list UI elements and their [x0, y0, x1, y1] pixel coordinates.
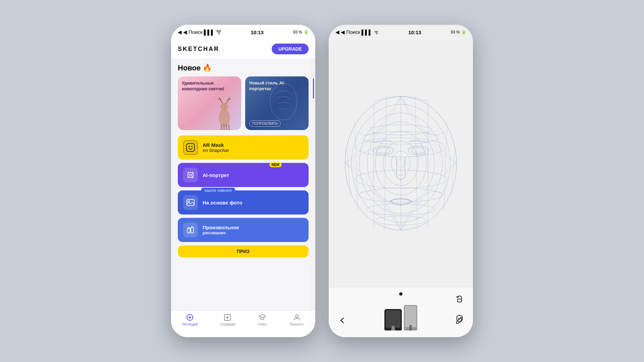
- prize-banner[interactable]: ПРИЗ: [178, 245, 309, 257]
- back-button[interactable]: [335, 314, 349, 327]
- status-bar-2: ◀ ◀ Поиск ▌▌▌ 10:13 93 % 🔋: [329, 25, 473, 40]
- brush-body: [405, 306, 416, 327]
- svg-rect-15: [188, 227, 190, 229]
- svg-rect-7: [186, 143, 195, 152]
- wifi-icon-1: [216, 29, 221, 35]
- svg-rect-12: [187, 199, 194, 205]
- pen-body: [386, 310, 400, 328]
- nav-explore-label: Исследуй: [182, 322, 198, 326]
- deer-illustration: [211, 90, 238, 130]
- svg-point-10: [188, 172, 193, 178]
- from-photo-label: На основе фото: [203, 200, 242, 205]
- svg-point-20: [296, 315, 298, 317]
- signal-icon-1: ▌▌▌: [204, 29, 215, 35]
- wifi-icon-2: [374, 29, 379, 35]
- nav-explore[interactable]: Исследуй: [182, 313, 198, 326]
- search-text-1: ◀ Поиск: [183, 29, 203, 35]
- banner-card-2[interactable]: Новый стиль AI-портретах ПОПРОБОВАТЬ: [245, 76, 309, 130]
- svg-point-45: [373, 146, 393, 155]
- ar-mask-label: AR Mask on Snapchat: [203, 142, 229, 153]
- status-bar-1: ◀ ◀ Поиск ▌▌▌ 10:13 93 % 🔋: [171, 25, 315, 40]
- face-mesh-container: [337, 83, 465, 244]
- time-2: 10:13: [408, 29, 421, 35]
- svg-point-0: [219, 109, 230, 126]
- svg-rect-14: [187, 228, 190, 233]
- banner-try-button[interactable]: ПОПРОБОВАТЬ: [249, 120, 281, 127]
- battery-text-1: 93 %: [293, 30, 302, 35]
- face-smile-icon: [186, 143, 195, 152]
- section-title: Новое 🔥: [171, 58, 315, 76]
- bottles-icon: [186, 226, 195, 234]
- explore-icon: [186, 313, 194, 321]
- free-draw-icon-box: [183, 223, 198, 237]
- battery-icon-2: 🔋: [461, 30, 466, 35]
- nav-learn[interactable]: Учись: [258, 313, 267, 326]
- svg-rect-16: [191, 228, 194, 233]
- feature-ar-mask[interactable]: AR Mask on Snapchat: [178, 135, 309, 160]
- time-1: 10:13: [251, 29, 263, 35]
- from-photo-icon-box: [183, 195, 198, 210]
- upgrade-button[interactable]: UPGRADE: [272, 44, 309, 54]
- pencil-edit-button[interactable]: [453, 314, 466, 327]
- svg-point-46: [376, 147, 390, 153]
- nav-create-label: Создавай: [220, 322, 235, 326]
- svg-point-18: [189, 316, 191, 318]
- tool-brush-group: [384, 305, 417, 330]
- svg-point-8: [189, 146, 190, 147]
- status-right-2: 93 % 🔋: [451, 30, 466, 35]
- back-arrow-1: ◀: [178, 29, 182, 35]
- signal-icon-2: ▌▌▌: [362, 29, 372, 35]
- svg-rect-3: [223, 124, 225, 130]
- banner-card-1[interactable]: Удивительные новогодние скетчи!: [178, 76, 241, 130]
- free-draw-label-line2: рисование: [203, 230, 239, 235]
- svg-point-11: [190, 174, 192, 176]
- tool-gray-brush[interactable]: [404, 305, 417, 330]
- new-badge: NEW: [269, 162, 282, 167]
- battery-icon-1: 🔋: [304, 30, 309, 35]
- kazimir-label: kazimir malevich: [201, 188, 235, 193]
- svg-point-1: [221, 103, 228, 111]
- face-mesh-canvas: [329, 40, 473, 287]
- scroll-area: Новое 🔥 Удивительные новогодние скетчи!: [171, 58, 315, 337]
- svg-point-13: [188, 201, 190, 202]
- phone1-content: Новое 🔥 Удивительные новогодние скетчи!: [171, 58, 315, 337]
- svg-point-6: [270, 83, 297, 120]
- learn-icon: [258, 313, 266, 321]
- nav-progress-label: Прогресс: [289, 322, 304, 326]
- ai-portrait-icon-box: [183, 168, 198, 182]
- app-logo: SKETCHAR: [178, 46, 219, 53]
- image-frame-icon: [186, 198, 195, 207]
- status-right-1: 93 % 🔋: [293, 30, 309, 35]
- scroll-indicator: [313, 78, 314, 99]
- drawing-toolbar: [329, 287, 473, 337]
- progress-icon: [293, 313, 301, 321]
- create-icon: [223, 313, 231, 321]
- feature-free-draw[interactable]: Произвольное рисование: [178, 218, 309, 242]
- ar-mask-label-line1: AR Mask: [203, 142, 229, 148]
- svg-point-47: [408, 146, 429, 155]
- pencil-dot-indicator: [399, 292, 402, 296]
- feature-ai-portrait[interactable]: NEW AI-портрет: [178, 163, 309, 187]
- nav-learn-label: Учись: [258, 322, 267, 326]
- tool-black-pen[interactable]: [384, 309, 402, 330]
- svg-rect-4: [226, 124, 227, 130]
- feature-list: AR Mask on Snapchat NEW: [171, 130, 315, 242]
- svg-point-48: [411, 147, 425, 153]
- nav-create[interactable]: Создавай: [220, 313, 235, 326]
- undo-button[interactable]: [453, 292, 466, 306]
- svg-line-41: [347, 147, 351, 195]
- ar-mask-label-line2: on Snapchat: [203, 148, 229, 153]
- svg-rect-2: [221, 124, 222, 130]
- phone-2: ◀ ◀ Поиск ▌▌▌ 10:13 93 % 🔋: [329, 25, 473, 337]
- search-text-2: ◀ Поиск: [341, 29, 360, 35]
- ai-portrait-label: AI-портрет: [203, 172, 229, 178]
- face-scan-icon: [186, 171, 195, 179]
- feature-from-photo[interactable]: kazimir malevich На основе фото: [178, 190, 309, 215]
- banner-row: Удивительные новогодние скетчи!: [171, 76, 315, 130]
- back-arrow-2: ◀: [335, 29, 339, 35]
- svg-point-9: [191, 146, 193, 147]
- app-header: SKETCHAR UPGRADE: [171, 40, 315, 58]
- free-draw-label-line1: Произвольное: [203, 225, 239, 230]
- free-draw-label-block: Произвольное рисование: [203, 225, 239, 235]
- nav-progress[interactable]: Прогресс: [289, 313, 304, 326]
